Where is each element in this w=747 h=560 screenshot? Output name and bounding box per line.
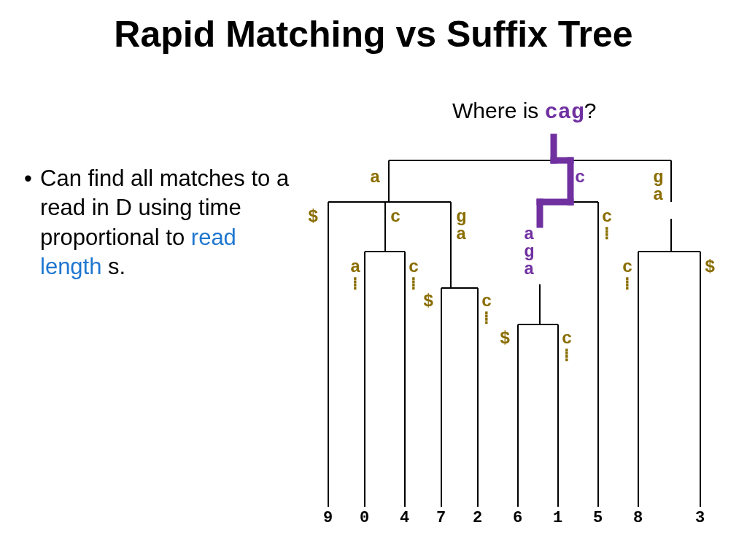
bullet-text-after: s.	[101, 254, 125, 279]
edge-a-ga: g a	[456, 209, 466, 244]
leaf-5: 5	[593, 509, 603, 527]
query-suffix: ?	[584, 98, 597, 122]
edge-ga-c: c ⁞	[622, 259, 632, 294]
edge-a: a	[370, 169, 380, 187]
query-pattern: cag	[545, 100, 584, 125]
edge-a-c-a: a ⁞	[350, 259, 360, 294]
edge-a-c-c: c ⁞	[409, 259, 419, 294]
leaf-4: 4	[400, 509, 409, 527]
leaf-2: 2	[473, 509, 482, 527]
leaf-9: 9	[323, 509, 333, 527]
edge-a-ga-c: c ⁞	[481, 293, 492, 328]
bullet-item: • Can find all matches to a read in D us…	[40, 164, 303, 281]
leaf-6: 6	[513, 509, 522, 527]
suffix-tree-diagram: a c g a $ c g a a ⁞ c ⁞ $ c ⁞ a g a c ⁞ …	[306, 131, 737, 540]
bullet-marker: •	[24, 164, 32, 193]
slide: Rapid Matching vs Suffix Tree • Can find…	[0, 0, 747, 560]
edge-ga-dollar: $	[705, 259, 715, 276]
leaf-0: 0	[360, 509, 369, 527]
edge-c: c	[575, 169, 585, 187]
edge-a-dollar: $	[308, 209, 318, 226]
leaf-3: 3	[695, 509, 705, 527]
edge-a-c: c	[390, 209, 400, 226]
query-prefix: Where is	[452, 98, 545, 122]
edge-c-aga: a g a	[524, 226, 534, 279]
query-label: Where is cag?	[452, 98, 596, 125]
edge-c-aga-c: c ⁞	[562, 330, 572, 365]
edge-ga: g a	[653, 169, 663, 204]
tree-svg	[306, 131, 737, 540]
edge-c-aga-dollar: $	[500, 330, 510, 348]
slide-title: Rapid Matching vs Suffix Tree	[0, 13, 747, 55]
leaf-8: 8	[633, 509, 643, 527]
edge-a-ga-dollar: $	[423, 293, 433, 311]
bullet-text-before: Can find all matches to a read in D usin…	[40, 166, 289, 250]
leaf-7: 7	[436, 509, 446, 527]
leaf-1: 1	[553, 509, 562, 527]
edge-c-c: c ⁞	[602, 209, 612, 244]
